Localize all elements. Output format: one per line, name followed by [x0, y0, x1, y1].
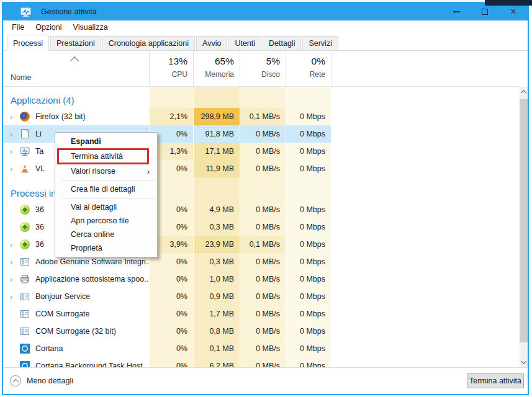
scrollbar-thumb[interactable] [520, 99, 528, 342]
expand-chevron-icon[interactable]: › [10, 164, 18, 174]
process-name: Adobe Genuine Software Integri... [35, 257, 149, 266]
disk-cell: 0 MB/s [240, 288, 286, 305]
column-header-cpu[interactable]: 13%CPU [149, 51, 193, 86]
tab-utenti[interactable]: Utenti [228, 36, 261, 51]
menu-item-label: Crea file di dettagli [71, 185, 135, 194]
submenu-arrow-icon: › [147, 167, 150, 176]
disk-cell: 0 MB/s [240, 323, 286, 340]
process-row[interactable]: COM Surrogate (32 bit)0%0,8 MB0 MB/s0 Mb… [3, 323, 520, 340]
titlebar: Gestione attività × [3, 3, 528, 20]
chevron-up-icon [12, 378, 19, 385]
menu-item-valori-risorse[interactable]: Valori risorse› [55, 164, 157, 178]
cpu-cell: 0% [149, 340, 193, 357]
name-cell: Cortana Background Task Host [3, 357, 149, 367]
tab-servizi[interactable]: Servizi [302, 36, 338, 51]
expand-chevron-icon[interactable]: › [10, 112, 18, 122]
process-row[interactable]: Cortana0%0,1 MB0 MB/s0 Mbps [3, 340, 520, 357]
360-icon [20, 222, 30, 232]
close-button[interactable]: × [499, 3, 528, 20]
memory-cell: 298,9 MB [193, 108, 240, 125]
process-name: COM Surrogate (32 bit) [35, 327, 116, 336]
tab-processi[interactable]: Processi [7, 35, 49, 51]
process-row[interactable]: COM Surrogate0%1,7 MB0 MB/s0 Mbps [3, 305, 520, 323]
background-window-edge [485, 0, 532, 6]
scroll-down-button[interactable] [520, 357, 528, 367]
network-cell: 0 Mbps [286, 125, 331, 143]
menubar-item-file[interactable]: File [6, 21, 30, 33]
maximize-icon [482, 9, 488, 15]
memory-cell: 91,8 MB [193, 125, 240, 143]
process-row[interactable]: Cortana Background Task Host0%6,2 MB0 MB… [3, 357, 520, 367]
process-row[interactable]: ›Bonjour Service0%0,9 MB0 MB/s0 Mbps [3, 288, 520, 305]
scroll-up-button[interactable] [520, 87, 528, 97]
memory-cell: 0,3 MB [193, 253, 240, 270]
menu-item-crea-file-di-dettagli[interactable]: Crea file di dettagli [55, 182, 157, 196]
row-filler [331, 160, 520, 177]
network-cell: 0 Mbps [286, 270, 331, 288]
column-label: Rete [310, 70, 325, 79]
name-cell: ›Firefox (32 bit) [3, 108, 149, 125]
expand-chevron-icon[interactable]: › [10, 257, 18, 267]
app-window-icon [20, 309, 30, 319]
collapse-circle-icon [10, 375, 21, 386]
network-cell: 0 Mbps [286, 340, 331, 357]
menu-item-termina-attività[interactable]: Termina attività [57, 148, 149, 164]
tab-avvio[interactable]: Avvio [196, 36, 227, 51]
menubar-item-opzioni[interactable]: Opzioni [30, 21, 67, 33]
process-row[interactable]: ›Applicazione sottosistema spoo...0%1,0 … [3, 270, 520, 288]
tab-cronologia-applicazioni[interactable]: Cronologia applicazioni [102, 36, 195, 51]
network-cell: 0 Mbps [286, 143, 331, 160]
expand-chevron-icon[interactable]: › [10, 292, 18, 301]
row-filler [331, 236, 520, 253]
menu-item-apri-percorso-file[interactable]: Apri percorso file [55, 214, 157, 228]
group-row[interactable]: Applicazioni (4) [3, 87, 520, 108]
end-task-button[interactable]: Termina attività [467, 373, 524, 388]
expand-chevron-icon[interactable]: › [10, 147, 18, 156]
process-name: 36 [35, 205, 44, 214]
column-label: CPU [172, 70, 187, 79]
window-controls: × [442, 3, 528, 20]
menu-item-label: Proprietà [71, 244, 102, 252]
row-filler [331, 108, 520, 125]
expand-chevron-icon[interactable]: › [10, 240, 18, 249]
expand-chevron-icon[interactable]: › [10, 130, 18, 139]
network-cell: 0 Mbps [286, 218, 331, 236]
column-header-disco[interactable]: 5%Disco [240, 51, 286, 86]
task-manager-window: Gestione attività × FileOpzioniVisualizz… [2, 2, 529, 395]
process-name: 36 [35, 223, 44, 231]
expand-chevron-icon[interactable]: › [10, 275, 18, 284]
menu-item-espandi[interactable]: Espandi [55, 135, 157, 148]
memory-cell: 0,9 MB [193, 288, 240, 305]
process-name: Firefox (32 bit) [35, 112, 86, 121]
column-usage-percent: 65% [215, 56, 234, 67]
network-cell: 0 Mbps [286, 201, 331, 218]
minimize-button[interactable] [442, 3, 471, 20]
menu-item-cerca-online[interactable]: Cerca online [55, 228, 157, 241]
menu-item-proprietà[interactable]: Proprietà [55, 241, 157, 255]
row-filler [331, 218, 520, 236]
vertical-scrollbar[interactable] [520, 87, 528, 367]
process-name: Li [35, 130, 42, 138]
disk-cell: 0 MB/s [240, 160, 286, 177]
menubar-item-visualizza[interactable]: Visualizza [68, 21, 114, 33]
group-label: Applicazioni (4) [3, 95, 74, 105]
less-details-toggle[interactable]: Meno dettagli [10, 375, 73, 386]
network-cell [286, 87, 331, 108]
menu-item-vai-ai-dettagli[interactable]: Vai ai dettagli [55, 200, 157, 214]
menu-item-label: Valori risorse [71, 167, 115, 176]
tab-dettagli[interactable]: Dettagli [263, 36, 301, 51]
tab-prestazioni[interactable]: Prestazioni [50, 36, 101, 51]
scroll-down-icon [521, 358, 527, 364]
memory-cell: 23,9 MB [193, 236, 240, 253]
maximize-button[interactable] [471, 3, 499, 20]
memory-cell: 4,9 MB [193, 201, 240, 218]
menu-item-label: Apri percorso file [71, 216, 129, 225]
task-manager-icon [20, 146, 30, 156]
column-header-memoria[interactable]: 65%Memoria [193, 51, 240, 86]
process-row[interactable]: ›Firefox (32 bit)2,1%298,9 MB0,1 MB/s0 M… [3, 108, 520, 125]
column-header-name[interactable]: Nome [3, 51, 149, 86]
column-usage-percent: 0% [312, 56, 325, 67]
name-cell: COM Surrogate (32 bit) [3, 323, 149, 340]
column-header-rete[interactable]: 0%Rete [286, 51, 331, 86]
menu-item-label: Espandi [71, 137, 101, 146]
